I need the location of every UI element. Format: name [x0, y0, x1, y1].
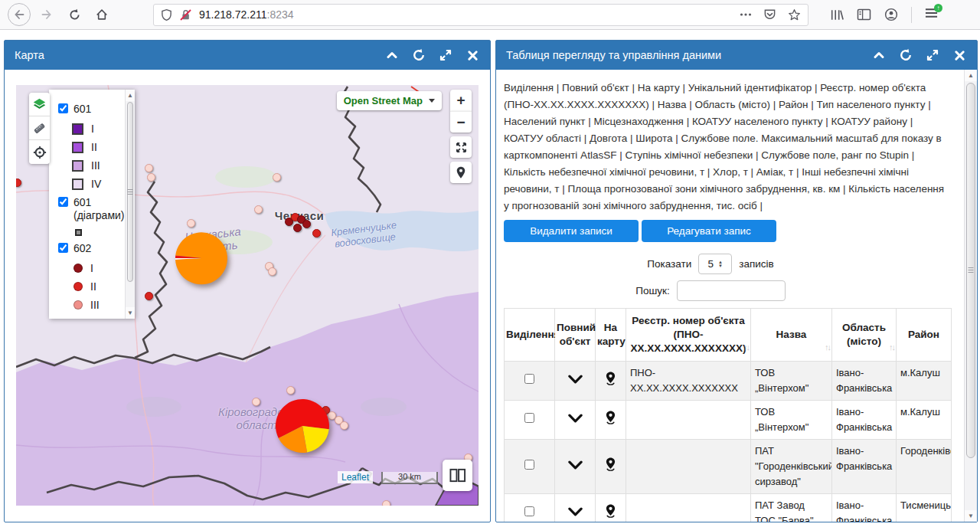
map-object-dot[interactable] — [147, 173, 155, 182]
basemap-label: Open Street Map — [344, 95, 423, 106]
map-object-dot[interactable] — [293, 224, 302, 232]
page-actions-icon[interactable] — [740, 12, 752, 17]
sort-arrows-icon[interactable]: ↑↓ — [743, 340, 749, 354]
pocket-icon[interactable] — [763, 8, 776, 21]
legend-layer-toggle[interactable]: 601 — [58, 103, 121, 116]
show-on-map-pin-icon[interactable] — [604, 410, 617, 426]
col-header-name[interactable]: Назва↑↓ — [751, 309, 832, 362]
legend-layer-toggle[interactable]: 602 — [58, 242, 121, 255]
map-pie-diagram[interactable] — [273, 397, 332, 455]
scroll-up-icon[interactable]: ▲ — [126, 90, 135, 101]
back-button[interactable] — [8, 3, 31, 26]
map-object-dot[interactable] — [145, 164, 153, 172]
map-object-dot[interactable] — [302, 220, 311, 228]
spinner-arrows-icon[interactable]: ▲▼ — [718, 260, 723, 268]
close-panel-icon[interactable] — [952, 47, 967, 63]
reload-button[interactable] — [63, 3, 86, 26]
home-button[interactable] — [90, 3, 113, 26]
measure-tool-button[interactable] — [29, 116, 50, 140]
map-object-dot[interactable] — [286, 386, 295, 395]
legend-item: II — [72, 280, 121, 293]
zoom-in-button[interactable]: + — [450, 90, 472, 111]
cell-rayon: м.Калуш — [897, 362, 952, 401]
legend-scrollbar[interactable]: ▲ ▼ — [125, 90, 135, 319]
refresh-panel-icon[interactable] — [411, 47, 426, 63]
edit-record-button[interactable]: Редагувати запис — [642, 220, 776, 242]
close-panel-icon[interactable] — [465, 47, 480, 63]
map-object-dot[interactable] — [145, 292, 153, 300]
split-view-button[interactable] — [443, 460, 472, 491]
show-on-map-pin-icon[interactable] — [604, 371, 617, 387]
legend-item: I — [72, 123, 121, 135]
col-header-registry-number[interactable]: Реєстр. номер об'єкта (ПНО-XX.XX.XXXX.XX… — [626, 309, 751, 362]
url-bar[interactable]: 91.218.72.211:8234 — [153, 4, 808, 26]
map-object-dot[interactable] — [382, 500, 390, 506]
cell-oblast: Івано-Франківська — [832, 440, 897, 494]
legend-layer-checkbox[interactable] — [58, 197, 68, 207]
expand-row-chevron-icon[interactable] — [568, 414, 583, 423]
row-select-checkbox[interactable] — [524, 413, 534, 423]
forward-button[interactable] — [35, 3, 58, 26]
expand-row-chevron-icon[interactable] — [568, 507, 583, 516]
menu-button[interactable]: ↑ — [925, 8, 938, 21]
map-pie-diagram[interactable] — [173, 230, 230, 287]
map-object-dot[interactable] — [187, 219, 195, 228]
reload-icon — [68, 8, 81, 21]
add-marker-button[interactable] — [450, 162, 472, 183]
collapse-panel-icon[interactable] — [871, 47, 887, 63]
map-object-dot[interactable] — [340, 421, 348, 430]
library-icon[interactable] — [830, 8, 844, 21]
expand-panel-icon[interactable] — [438, 47, 453, 63]
leaflet-attribution[interactable]: Leaflet — [338, 471, 373, 483]
scroll-up-icon[interactable]: ▲ — [965, 70, 977, 81]
map-object-dot[interactable] — [312, 229, 321, 237]
refresh-panel-icon[interactable] — [898, 47, 913, 63]
legend-item: I — [72, 262, 121, 274]
layers-tool-button[interactable] — [29, 93, 50, 116]
bookmark-star-icon[interactable] — [788, 8, 801, 21]
records-tbody: ПНО-XX.XX.XXXX.XXXXXXXТОВ „Вінтерхом"Іва… — [505, 362, 952, 522]
zoom-out-button[interactable]: − — [450, 111, 472, 133]
cell-oblast: Івано-Франківська — [832, 401, 897, 440]
map-object-dot[interactable] — [268, 267, 276, 276]
map-object-dot[interactable] — [273, 173, 281, 182]
show-on-map-pin-icon[interactable] — [604, 503, 617, 519]
map-panel: Карта — [4, 40, 491, 522]
expand-row-chevron-icon[interactable] — [568, 460, 583, 470]
col-header-oblast[interactable]: Область (місто)↑↓ — [832, 309, 897, 362]
row-select-checkbox[interactable] — [524, 374, 534, 384]
insecure-lock-icon — [179, 8, 192, 21]
account-icon[interactable] — [884, 8, 898, 21]
cell-rayon: Тисменицький — [897, 494, 952, 522]
map-object-dot[interactable] — [254, 205, 263, 214]
map-scale-bar: 30 km — [381, 472, 438, 484]
sidebar-icon[interactable] — [857, 8, 871, 21]
table-row: ПАТ "Городенківський сирзавод"Івано-Фран… — [505, 440, 952, 494]
collapse-panel-icon[interactable] — [384, 47, 400, 63]
row-select-checkbox[interactable] — [524, 506, 534, 516]
basemap-selector[interactable]: Open Street Map — [337, 91, 442, 110]
delete-records-button[interactable]: Видалити записи — [504, 220, 639, 242]
legend-layer-toggle[interactable]: 601 (діаграми) — [58, 196, 121, 222]
expand-panel-icon[interactable] — [925, 47, 940, 63]
scroll-down-icon[interactable]: ▼ — [965, 510, 977, 522]
legend-swatch-icon — [74, 300, 83, 309]
table-panel-body: Виділення | Повний об'єкт | На карту | У… — [496, 70, 977, 522]
scroll-down-icon[interactable]: ▼ — [126, 307, 135, 319]
legend-layer-checkbox[interactable] — [58, 103, 68, 113]
legend-layer-checkbox[interactable] — [58, 243, 68, 253]
search-input[interactable] — [677, 280, 786, 301]
sort-arrows-icon[interactable]: ↑↓ — [889, 340, 894, 354]
sort-arrows-icon[interactable]: ↑↓ — [825, 340, 830, 354]
url-text: 91.218.72.211:8234 — [199, 8, 294, 21]
locate-tool-button[interactable] — [29, 140, 50, 164]
page-size-spinner[interactable]: 5 ▲▼ — [698, 254, 732, 274]
map-object-dot[interactable] — [252, 398, 260, 406]
expand-row-chevron-icon[interactable] — [568, 375, 583, 384]
leaflet-map[interactable]: ЧеркасиЧеркаська областьКременчуцьке вод… — [16, 85, 479, 506]
show-on-map-pin-icon[interactable] — [604, 457, 617, 473]
fullscreen-button[interactable] — [450, 136, 472, 158]
legend-swatch-icon — [74, 264, 83, 273]
table-panel-scrollbar[interactable]: ▲ ▼ — [964, 70, 977, 522]
row-select-checkbox[interactable] — [524, 460, 534, 470]
